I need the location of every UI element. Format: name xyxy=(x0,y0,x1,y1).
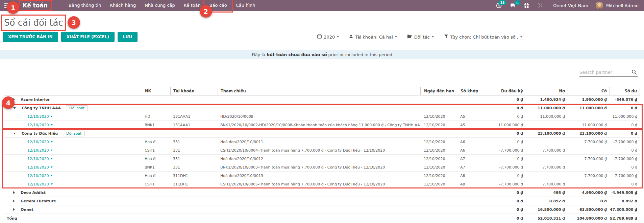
entry-date-link[interactable]: 12/10/2020 xyxy=(27,140,53,144)
messages-badge: 6 xyxy=(515,0,521,5)
tools-icon[interactable] xyxy=(538,3,543,8)
column-header-main xyxy=(4,87,142,95)
cell-account: 331 xyxy=(170,163,218,171)
filter-calendar[interactable]: 2020 xyxy=(317,34,339,40)
cell-balance: -47.300.000 ₫ xyxy=(610,205,640,214)
expand-toggle-icon[interactable] xyxy=(13,191,15,194)
column-header-account[interactable]: Tài khoản xyxy=(170,87,218,95)
entry-date-link[interactable]: 12/10/2020 xyxy=(27,114,53,119)
cell-main: 12/10/2020 xyxy=(4,163,142,171)
entry-date-link[interactable]: 12/10/2020 xyxy=(27,165,53,170)
cell-opening: 0 ₫ xyxy=(488,112,526,120)
partner-name: Gemini Furniture xyxy=(21,199,56,203)
user-name[interactable]: Mitchell Admin xyxy=(606,3,639,8)
entry-date-link[interactable]: 12/10/2020 xyxy=(27,123,53,127)
search-icon[interactable] xyxy=(631,69,637,75)
cell-journal: Hoá đ xyxy=(142,138,170,146)
action-button-xem-tr-c-b-n-in[interactable]: XEM TRƯỚC BẢN IN xyxy=(3,32,58,42)
nav-menu-item-báo-cáo[interactable]: Báo cáo2 xyxy=(205,0,231,11)
cell-due-date: 12/10/2020 xyxy=(420,121,457,129)
column-header-balance[interactable]: Số dư xyxy=(610,87,640,95)
total-row: Tổng0 ₫52.010.311 ₫104.800.000 ₫-52.789.… xyxy=(4,214,640,222)
collapse-toggle-icon[interactable] xyxy=(13,107,16,109)
nav-menu-item-khách-hàng[interactable]: Khách hàng xyxy=(105,0,140,11)
entry-date-link[interactable]: 12/10/2020 xyxy=(27,182,53,186)
cell-opening: -7.700.000 ₫ xyxy=(488,146,526,154)
action-button-l-u[interactable]: LƯU xyxy=(118,32,138,42)
search-partner-input[interactable] xyxy=(579,68,629,76)
entry-date-link[interactable]: 12/10/2020 xyxy=(27,157,53,161)
nav-menu-item-cấu-hình[interactable]: Cấu hình xyxy=(231,0,260,11)
expand-toggle-icon[interactable] xyxy=(13,200,15,202)
cell-opening: -7.700.000 ₫ xyxy=(488,180,526,188)
cell-account: 331 xyxy=(170,146,218,154)
cell-main: 12/10/2020 xyxy=(4,121,142,129)
cell-debit: 11.000.000 ₫ xyxy=(526,112,568,120)
cell-ref xyxy=(218,214,420,222)
cell-credit: 7.700.000 ₫ xyxy=(568,155,610,163)
caret-down-icon xyxy=(51,141,53,142)
cell-account: 331 xyxy=(170,138,218,146)
cell-journal: BNK1 xyxy=(142,163,170,171)
nav-menu-item-nhà-cung-cấp[interactable]: Nhà cung cấp xyxy=(140,0,179,11)
cell-debit: 7.700.000 ₫ xyxy=(526,163,568,171)
company-name[interactable]: Onnet Việt Nam xyxy=(553,3,588,8)
cell-credit: 63.800.000 ₫ xyxy=(568,205,610,214)
column-header-match[interactable]: Số khớp xyxy=(457,87,488,95)
cell-account xyxy=(170,214,218,222)
column-header-due[interactable]: Ngày đến hạn xyxy=(420,87,457,95)
cell-journal xyxy=(142,188,170,197)
cell-credit: 104.800.000 ₫ xyxy=(568,214,610,222)
cell-account xyxy=(170,95,218,104)
cell-credit xyxy=(568,112,610,120)
ledger-line-row: 12/10/2020Hoá đ311DH1Hoá đơn/2020/10/001… xyxy=(4,172,640,180)
cell-due-date: 12/10/2020 xyxy=(420,172,457,180)
ledger-line-row: 12/10/2020CSH1331CSH1/2020/10/0004-Thanh… xyxy=(4,146,640,155)
filter-user[interactable]: Tài khoản: Cả hai xyxy=(349,34,397,40)
cell-main: Công ty TNHH AAAĐối soát xyxy=(4,104,142,112)
messages-icon[interactable]: 6 xyxy=(510,3,516,8)
calendar-icon xyxy=(317,34,324,40)
cell-balance: 0 ₫ xyxy=(610,104,640,112)
search-partner-box[interactable] xyxy=(579,68,638,77)
ledger-line-row: 12/10/2020BNK1331BNK1/2020/10/0003-Thanh… xyxy=(4,163,640,172)
cell-credit xyxy=(568,146,610,154)
cell-journal: CSH1 xyxy=(142,180,170,188)
collapse-toggle-icon[interactable] xyxy=(13,133,16,134)
cell-main: Công ty Đức HiếuĐối soát xyxy=(4,129,142,137)
reconcile-button[interactable]: Đối soát xyxy=(66,105,88,111)
cell-due-date xyxy=(420,95,457,104)
cell-debit xyxy=(526,155,568,163)
info-bar-text: Đây là xyxy=(252,52,267,57)
cell-due-date xyxy=(420,214,457,222)
activities-icon[interactable]: 18 xyxy=(496,3,502,8)
filter-label: 2020 xyxy=(324,35,335,40)
filter-folder[interactable]: Đối tác xyxy=(407,34,434,40)
cell-balance: -549.076 ₫ xyxy=(610,95,640,104)
cell-credit: 0 ₫ xyxy=(568,197,610,205)
cell-main: 12/10/2020 xyxy=(4,172,142,180)
column-header-credit[interactable]: Có xyxy=(568,87,610,95)
expand-toggle-icon[interactable] xyxy=(13,208,15,211)
filter-funnel[interactable]: Tùy chọn: Chỉ bút toán vào sổ , xyxy=(444,34,522,40)
entry-date: 12/10/2020 xyxy=(27,148,49,153)
entry-date: 12/10/2020 xyxy=(27,123,49,127)
reconcile-button[interactable]: Đối soát xyxy=(63,131,85,136)
column-header-opening[interactable]: Dư đầu kỳ xyxy=(488,87,526,95)
column-header-journal[interactable]: NK xyxy=(142,87,170,95)
cell-ref: HD/2020/10/0008 xyxy=(218,112,420,120)
column-header-debit[interactable]: Nợ xyxy=(526,87,568,95)
user-avatar[interactable] xyxy=(596,2,603,9)
column-header-ref[interactable]: Tham chiếu xyxy=(218,87,420,95)
partner-name: Onnet xyxy=(21,207,33,212)
gift-icon[interactable] xyxy=(524,3,529,8)
app-brand[interactable]: Kế toán xyxy=(20,2,50,9)
cell-opening: 0 ₫ xyxy=(488,138,526,146)
cell-opening: 0 ₫ xyxy=(488,188,526,197)
caret-down-icon xyxy=(51,175,53,176)
entry-date-link[interactable]: 12/10/2020 xyxy=(27,148,53,153)
entry-date-link[interactable]: 12/10/2020 xyxy=(27,174,53,178)
nav-menu-item-bảng-thông-tin[interactable]: Bảng thông tin xyxy=(64,0,105,11)
cell-balance: -52.789.689 ₫ xyxy=(610,214,640,222)
action-button-xu-t-file-excel-[interactable]: XUẤT FILE (EXCEL) xyxy=(61,32,115,42)
